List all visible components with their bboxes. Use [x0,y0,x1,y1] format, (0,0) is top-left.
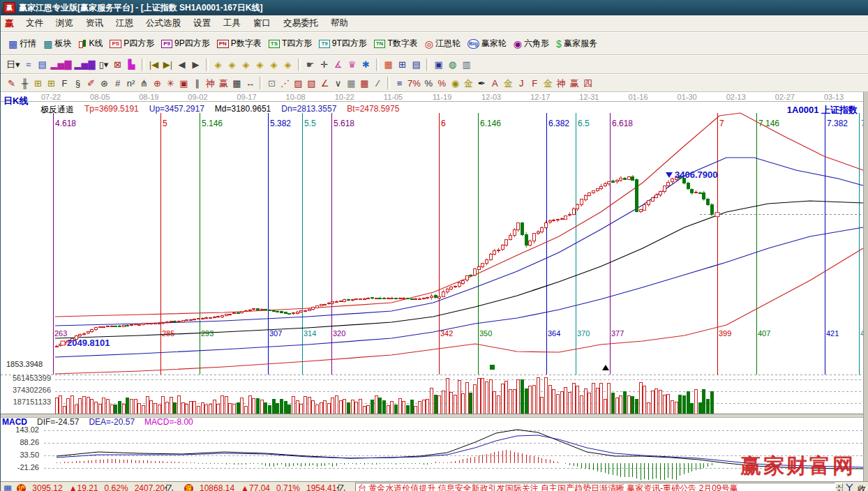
spiral-tool-button[interactable]: § [71,76,84,90]
menu-item-2[interactable]: 资讯 [80,17,110,29]
diamond-h-expand-button[interactable]: ◈ [239,58,253,72]
hand-drag-button[interactable]: ☛ [304,58,317,72]
calculator-button[interactable]: ⊞ [396,58,410,72]
crosshair-button[interactable]: ✛ [317,58,331,72]
f-angle-tool-button[interactable]: F [528,76,541,90]
winner-service-button[interactable]: $赢家服务 [553,36,601,51]
kline-button[interactable]: K线 [75,36,106,51]
box-fan1-tool-button[interactable]: ▨ [292,76,305,90]
menu-item-3[interactable]: 江恩 [110,17,140,29]
news-scroll-up-button[interactable]: ▲ [835,483,843,488]
sectors-button[interactable]: ▩板块 [40,36,75,51]
price-ladder-tool-button[interactable]: ≡ [393,76,406,90]
box-fan2-tool-button[interactable]: ▧ [305,76,318,90]
spoke-star-tool-button[interactable]: ✳ [164,76,177,90]
hash-tool-button[interactable]: # [111,76,124,90]
si-angle-tool-button[interactable]: 四 [581,76,594,90]
gold-grid2-tool-button[interactable]: ⊞ [45,76,58,90]
n-square-tool-button[interactable]: n² [124,76,137,90]
j-angle-tool-button[interactable]: J [515,76,528,90]
p-number-table-button[interactable]: PNP数字表 [214,36,265,51]
first-page-button[interactable]: |◀ [147,58,161,72]
menu-item-8[interactable]: 交易委托 [277,17,324,29]
period-dropdown-button[interactable]: 日▾ [5,58,22,72]
right-border-strip[interactable] [863,92,868,481]
percent7-tool-button[interactable]: 7% [406,76,422,90]
t-number-table-button[interactable]: TNT数字表 [371,36,421,51]
prev-bar-button[interactable]: ◀ [175,58,189,72]
calendar-button[interactable]: ▦ [382,58,396,72]
red-fan-tool-button[interactable]: ⋰ [278,76,292,90]
hatch-tool-button[interactable]: ∕ [371,76,384,90]
angle-measure-button[interactable]: ∡ [331,58,345,72]
gann-box-button[interactable]: ⊠ [111,58,125,72]
news-scroll-down-button[interactable]: ▼ [835,488,843,491]
t-square-button[interactable]: TST四方形 [265,36,316,51]
next-bar-button[interactable]: ▶ [189,58,203,72]
double-bar-tool-button[interactable]: ∥ [190,76,204,90]
diamond-v-compress-button[interactable]: ◈ [281,58,295,72]
menu-item-6[interactable]: 工具 [217,17,247,29]
grid-a-tool-button[interactable]: ▦ [345,76,358,90]
9p-square-button[interactable]: P99P四方形 [158,36,213,51]
small-fan-tool-button[interactable]: ∠ [318,76,331,90]
shen-tool-button[interactable]: 神 [204,76,217,90]
save-button[interactable]: ▣ [432,58,446,72]
winner-wheel-button[interactable]: Big赢家轮 [464,36,510,51]
color-histogram-button[interactable]: ▙ [125,58,139,72]
count-grid-tool-button[interactable]: ▦ [230,76,244,90]
diamond-left-button[interactable]: ◈ [211,58,225,72]
menu-item-5[interactable]: 设置 [187,17,217,29]
pencil-tool-button[interactable]: ✎ [5,76,18,90]
pattern-lace-button[interactable]: ✱ [359,58,373,72]
brush-tool-button[interactable]: ✐ [84,76,98,90]
last-page-button[interactable]: ▶| [161,58,175,72]
gann-grid-tool-button[interactable]: ╫ [18,76,31,90]
menu-item-0[interactable]: 文件 [20,17,50,29]
f-ruler-tool-button[interactable]: F [58,76,71,90]
trend-wave-button[interactable]: ≈ [22,58,36,72]
bars3-chart-button[interactable]: ▂▅▇ [50,58,73,72]
diamond-v-expand-button[interactable]: ◈ [267,58,281,72]
hexagon-button[interactable]: ◉六角形 [510,36,553,51]
gold-line-tool-button[interactable]: 金 [462,76,475,90]
ying-angle-tool-button[interactable]: 赢 [568,76,581,90]
compass-tool-button[interactable]: ⊕ [151,76,164,90]
menu-item-9[interactable]: 帮助 [324,17,354,29]
gold-circle-tool-button[interactable]: ◉ [449,76,462,90]
export-button[interactable]: ▥ [460,58,474,72]
news-ticker[interactable]: 台 黄金水道价值提升 信息安全新政引发国际关注 自主国产趋势日渐清晰 赢家资讯-… [355,483,835,491]
bars9-chart-button[interactable]: ▂▅▇ [73,58,97,72]
gann-wheel-button[interactable]: ◎江恩轮 [421,36,464,51]
span-arrows-tool-button[interactable]: ↔ [244,76,257,90]
apex-grid-tool-button[interactable]: A [488,76,502,90]
menu-item-7[interactable]: 窗口 [247,17,277,29]
menu-item-4[interactable]: 公式选股 [140,17,187,29]
v-lines-tool-button[interactable]: ∨ [331,76,345,90]
percent-tool-button[interactable]: % [422,76,435,90]
center-box-tool-button[interactable]: ▣ [177,76,190,90]
quotes-button[interactable]: ▦行情 [5,36,40,51]
web-button[interactable]: ◍ [446,58,460,72]
cycle-circle-tool-button[interactable]: ⊛ [98,76,111,90]
candle-style-dropdown-button[interactable]: ▯▾ [97,58,111,72]
menu-item-1[interactable]: 浏览 [50,17,80,29]
diamond-right-button[interactable]: ◈ [225,58,239,72]
ink-brush-tool-button[interactable]: ✒ [475,76,488,90]
memo-button[interactable]: ▤ [410,58,424,72]
ying-tool-button[interactable]: 赢 [217,76,230,90]
grid-b-tool-button[interactable]: ▦ [358,76,371,90]
info-board-button[interactable]: ▤ [36,58,50,72]
p-square-button[interactable]: PSP四方形 [106,36,158,51]
gold-angle-tool-button[interactable]: 金 [541,76,555,90]
9t-square-button[interactable]: T99T四方形 [315,36,370,51]
frame-tool-button[interactable]: ⊡ [265,76,278,90]
title-bar[interactable]: 赢 赢家江恩专业版[赢家服务平台] - [上证指数 SH1A0001-167日K… [1,0,868,15]
pitchfork-tool-button[interactable]: ⋔ [137,76,151,90]
shen-angle-tool-button[interactable]: 神 [555,76,568,90]
diamond-h-compress-button[interactable]: ◈ [253,58,267,72]
percent-line-tool-button[interactable]: % [435,76,449,90]
gold-grid1-tool-button[interactable]: ⊞ [31,76,45,90]
quote-grid-icon[interactable]: ▦ [3,483,12,491]
collapse-button[interactable]: 收 [858,483,866,491]
